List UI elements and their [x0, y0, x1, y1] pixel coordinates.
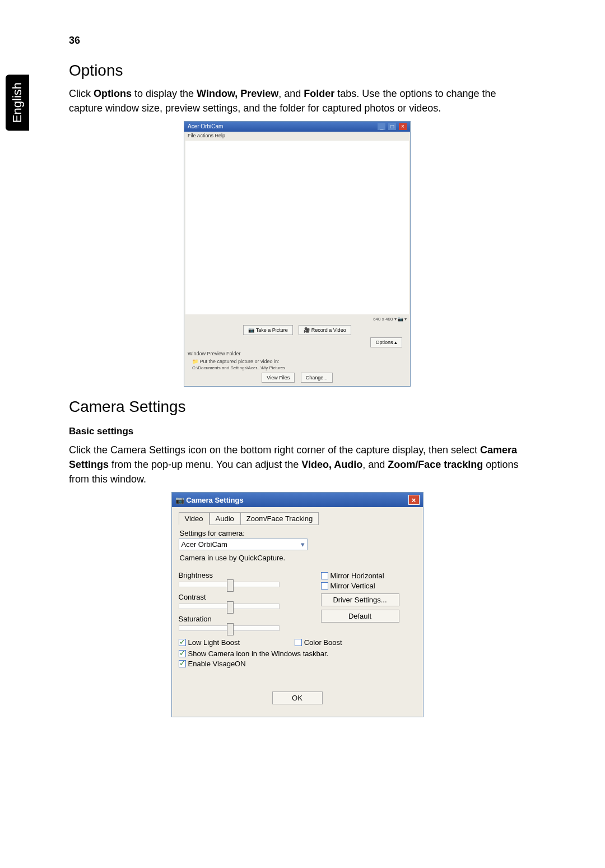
- orbicam-status: 640 x 480 ▾ 📷 ▾: [184, 315, 410, 323]
- dialog-body: VideoAudioZoom/Face Tracking Settings fo…: [172, 507, 423, 717]
- orbicam-tabs[interactable]: Window Preview Folder: [184, 350, 410, 358]
- settings-tabs: VideoAudioZoom/Face Tracking: [179, 512, 416, 524]
- text: from the pop-up menu. You can adjust the: [109, 459, 301, 470]
- checkbox-icon: [321, 572, 328, 579]
- dialog-title: 📷 Camera Settings: [175, 496, 244, 504]
- text: Click: [69, 88, 94, 99]
- take-picture-button[interactable]: 📷 Take a Picture: [243, 325, 292, 335]
- orbicam-buttons: 📷 Take a Picture 🎥 Record a Video: [184, 323, 410, 337]
- camera-settings-heading: Camera Settings: [69, 398, 525, 416]
- mirror-horizontal-checkbox[interactable]: Mirror Horizontal: [321, 571, 416, 580]
- checkbox-icon: [295, 639, 302, 646]
- take-picture-label: Take a Picture: [256, 327, 288, 333]
- page-number: 36: [69, 35, 80, 47]
- show-icon-checkbox[interactable]: Show Camera icon in the Windows taskbar.: [179, 649, 416, 658]
- options-row: Options ▴: [184, 337, 410, 350]
- bold-window-preview: Window, Preview: [197, 88, 278, 99]
- folder-buttons: View Files Change...: [184, 373, 410, 386]
- text: Click the Camera Settings icon on the bo…: [69, 444, 480, 456]
- bold-folder: Folder: [304, 88, 334, 99]
- bold-zoom-face: Zoom/Face tracking: [388, 459, 483, 470]
- record-video-button[interactable]: 🎥 Record a Video: [299, 325, 351, 335]
- color-boost-label: Color Boost: [304, 638, 342, 647]
- page-content: Options Click Options to display the Win…: [69, 62, 525, 728]
- orbicam-window: Acer OrbiCam _ □ × File Actions Help 640…: [184, 121, 411, 387]
- tab-zoom[interactable]: Zoom/Face Tracking: [240, 512, 319, 525]
- contrast-slider[interactable]: [179, 604, 280, 609]
- saturation-slider[interactable]: [179, 625, 280, 631]
- record-video-label: Record a Video: [311, 327, 346, 333]
- checkbox-icon: [179, 650, 186, 657]
- close-icon[interactable]: ×: [408, 495, 420, 505]
- enable-visage-checkbox[interactable]: Enable VisageON: [179, 659, 416, 668]
- change-button[interactable]: Change...: [301, 373, 333, 383]
- brightness-label: Brightness: [179, 571, 321, 579]
- view-files-button[interactable]: View Files: [262, 373, 295, 383]
- mirror-h-label: Mirror Horizontal: [331, 572, 384, 580]
- language-tab: English: [6, 75, 29, 131]
- low-light-checkbox[interactable]: Low Light Boost: [179, 638, 293, 647]
- folder-info: 📁 Put the captured picture or video in:: [184, 358, 410, 365]
- orbicam-menubar[interactable]: File Actions Help: [184, 132, 410, 140]
- checkbox-icon: [179, 660, 186, 667]
- basic-settings-subhead: Basic settings: [69, 426, 525, 437]
- default-button[interactable]: Default: [321, 610, 399, 623]
- show-icon-label: Show Camera icon in the Windows taskbar.: [188, 649, 329, 658]
- mirror-vertical-checkbox[interactable]: Mirror Vertical: [321, 581, 416, 590]
- tab-audio[interactable]: Audio: [210, 512, 240, 525]
- checkbox-icon: [179, 639, 186, 646]
- camera-select[interactable]: Acer OrbiCam: [179, 539, 308, 550]
- enable-visage-label: Enable VisageON: [188, 660, 246, 668]
- settings-for-label: Settings for camera:: [180, 529, 416, 537]
- contrast-label: Contrast: [179, 593, 321, 601]
- color-boost-checkbox[interactable]: Color Boost: [295, 638, 342, 647]
- orbicam-figure: Acer OrbiCam _ □ × File Actions Help 640…: [69, 121, 525, 387]
- camera-in-use-msg: Camera in use by QuickCapture.: [180, 554, 416, 562]
- tab-video[interactable]: Video: [179, 512, 210, 525]
- checkbox-icon: [321, 582, 328, 590]
- camera-settings-dialog: 📷 Camera Settings × VideoAudioZoom/Face …: [171, 492, 424, 717]
- bold-options: Options: [94, 88, 132, 99]
- options-paragraph: Click Options to display the Window, Pre…: [69, 86, 525, 115]
- sliders-column: Brightness Contrast Saturation: [179, 570, 321, 637]
- orbicam-title: Acer OrbiCam: [188, 123, 223, 130]
- text: , and: [278, 88, 304, 99]
- minimize-icon[interactable]: _: [378, 123, 385, 130]
- camera-settings-titlebar: 📷 Camera Settings ×: [172, 493, 423, 507]
- camera-settings-paragraph: Click the Camera Settings icon on the bo…: [69, 443, 525, 486]
- window-buttons: _ □ ×: [376, 123, 407, 130]
- low-light-label: Low Light Boost: [188, 638, 240, 647]
- orbicam-titlebar: Acer OrbiCam _ □ ×: [184, 122, 410, 132]
- camera-settings-figure: 📷 Camera Settings × VideoAudioZoom/Face …: [69, 492, 525, 717]
- folder-path: C:\Documents and Settings\Acer...\My Pic…: [184, 365, 410, 373]
- ok-row: OK: [179, 669, 416, 711]
- saturation-label: Saturation: [179, 615, 321, 623]
- options-heading: Options: [69, 62, 525, 80]
- driver-settings-button[interactable]: Driver Settings...: [321, 593, 399, 606]
- folder-msg: Put the captured picture or video in:: [200, 359, 280, 364]
- right-column: Mirror Horizontal Mirror Vertical Driver…: [321, 570, 416, 637]
- close-icon[interactable]: ×: [399, 123, 407, 130]
- orbicam-preview: [185, 141, 409, 314]
- maximize-icon[interactable]: □: [388, 123, 396, 130]
- options-button[interactable]: Options ▴: [370, 337, 402, 347]
- controls-grid: Brightness Contrast Saturation Mirror Ho…: [179, 570, 416, 637]
- ok-button[interactable]: OK: [272, 691, 323, 704]
- text: , and: [362, 459, 388, 470]
- mirror-v-label: Mirror Vertical: [331, 582, 375, 590]
- text: to display the: [132, 88, 197, 99]
- dialog-title-text: Camera Settings: [186, 496, 244, 504]
- brightness-slider[interactable]: [179, 582, 280, 587]
- bold-video-audio: Video, Audio: [301, 459, 362, 470]
